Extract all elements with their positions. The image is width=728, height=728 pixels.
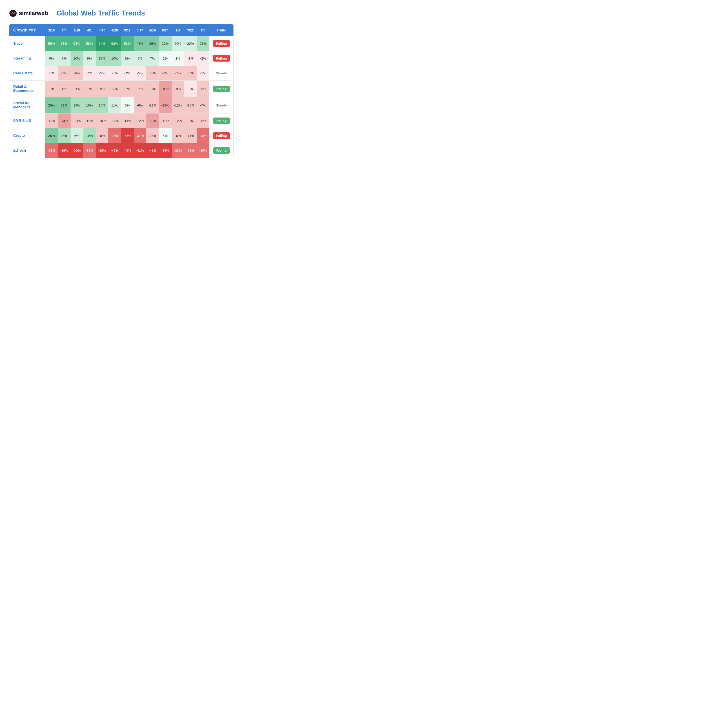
table-header-row: Growth YoY 2/183/43/184/14/154/295/135/2… [9, 24, 234, 36]
table-cell: -39% [70, 143, 83, 158]
table-cell: 6% [134, 51, 146, 66]
table-cell: 23% [197, 36, 210, 51]
table-cell: -11% [146, 97, 159, 113]
table-cell: 11% [108, 97, 121, 113]
header-col-624: 6/24 [159, 24, 171, 36]
table-cell: -7% [134, 81, 146, 97]
table-cell: -8% [121, 81, 134, 97]
table-cell: -30% [83, 143, 96, 158]
table-cell: -6% [184, 66, 197, 81]
table-cell: 6% [70, 128, 83, 143]
table-cell: -13% [146, 128, 159, 143]
table-row: Travel59%58%58%58%64%62%56%43%36%25%20%2… [9, 36, 234, 51]
table-cell: -33% [121, 128, 134, 143]
table-cell: -40% [121, 143, 134, 158]
table-cell: -7% [108, 81, 121, 97]
row-category-6: Crypto [9, 128, 45, 143]
table-cell: -8% [159, 66, 171, 81]
row-category-0: Travel [9, 36, 45, 51]
table-cell: -28% [184, 143, 197, 158]
logo-text: similarweb [19, 10, 48, 17]
table-cell: -10% [70, 113, 83, 128]
trend-badge: Rising [213, 86, 230, 92]
header-col-34: 3/4 [58, 24, 70, 36]
table-cell: -30% [197, 143, 210, 158]
table-cell: 58% [70, 36, 83, 51]
header-col-415: 4/15 [96, 24, 108, 36]
table-cell: -25% [108, 128, 121, 143]
table-cell: -39% [58, 143, 70, 158]
trend-badge: Steady [213, 70, 230, 76]
table-cell: 3% [121, 97, 134, 113]
header-col-722: 7/22 [184, 24, 197, 36]
table-cell: -2% [197, 51, 210, 66]
table-cell: 26% [45, 128, 58, 143]
table-cell: 10% [70, 51, 83, 66]
header-col-318: 3/18 [70, 24, 83, 36]
table-cell: -31% [134, 128, 146, 143]
table-cell: -4% [108, 66, 121, 81]
trend-cell-1: Falling [210, 51, 234, 66]
table-cell: 9% [83, 51, 96, 66]
table-cell: 58% [83, 36, 96, 51]
table-cell: -8% [146, 66, 159, 81]
table-cell: 18% [58, 128, 70, 143]
table-cell: -10% [96, 113, 108, 128]
table-cell: 19% [70, 97, 83, 113]
table-cell: 19% [83, 128, 96, 143]
table-cell: 25% [159, 36, 171, 51]
table-cell: -12% [172, 97, 184, 113]
table-cell: -7% [197, 97, 210, 113]
table-cell: -6% [70, 66, 83, 81]
trend-badge: Falling [213, 132, 230, 139]
table-cell: 10% [108, 51, 121, 66]
header-col-218: 2/18 [45, 24, 58, 36]
header-col-Trend: Trend [210, 24, 234, 36]
table-cell: -5% [134, 66, 146, 81]
table-cell: -28% [197, 128, 210, 143]
table-cell: -28% [45, 143, 58, 158]
header-col-513: 5/13 [121, 24, 134, 36]
table-cell: 62% [108, 36, 121, 51]
table-row: Real Estate-3%-7%-6%-4%-5%-4%-4%-5%-8%-8… [9, 66, 234, 81]
table-cell: -6% [172, 128, 184, 143]
data-table-container: Growth YoY 2/183/43/184/14/154/295/135/2… [9, 24, 234, 158]
trend-badge: Rising [213, 147, 230, 154]
trend-cell-7: Rising [210, 143, 234, 158]
table-cell: -12% [108, 113, 121, 128]
table-cell: -8% [45, 81, 58, 97]
row-category-3: Retail & Ecommerce [9, 81, 45, 97]
table-cell: -11% [121, 113, 134, 128]
table-cell: 4% [159, 128, 171, 143]
table-cell: -7% [58, 66, 70, 81]
traffic-trends-table: Growth YoY 2/183/43/184/14/154/295/135/2… [9, 24, 234, 158]
table-cell: -38% [96, 143, 108, 158]
table-cell: -8% [134, 97, 146, 113]
trend-cell-0: Falling [210, 36, 234, 51]
table-cell: 7% [58, 51, 70, 66]
table-cell: -8% [58, 81, 70, 97]
table-cell: -5% [197, 66, 210, 81]
table-cell: 36% [146, 36, 159, 51]
table-cell: 20% [184, 36, 197, 51]
table-cell: 2% [159, 51, 171, 66]
table-cell: 2% [172, 51, 184, 66]
table-cell: 59% [45, 36, 58, 51]
logo-area: similarweb [9, 9, 48, 17]
table-cell: -41% [134, 143, 146, 158]
table-cell: -10% [184, 97, 197, 113]
table-cell: -12% [172, 113, 184, 128]
table-cell: -9% [83, 81, 96, 97]
row-category-4: Social Ad Managers [9, 97, 45, 113]
table-cell: -8% [197, 113, 210, 128]
table-cell: -13% [159, 97, 171, 113]
table-cell: -43% [108, 143, 121, 158]
table-cell: 20% [172, 36, 184, 51]
table-cell: 15% [96, 97, 108, 113]
table-cell: -33% [172, 143, 184, 158]
table-cell: -4% [83, 66, 96, 81]
trend-cell-4: Steady [210, 97, 234, 113]
row-category-1: Streaming [9, 51, 45, 66]
page-title: Global Web Traffic Trends [57, 9, 145, 17]
trend-cell-5: Rising [210, 113, 234, 128]
